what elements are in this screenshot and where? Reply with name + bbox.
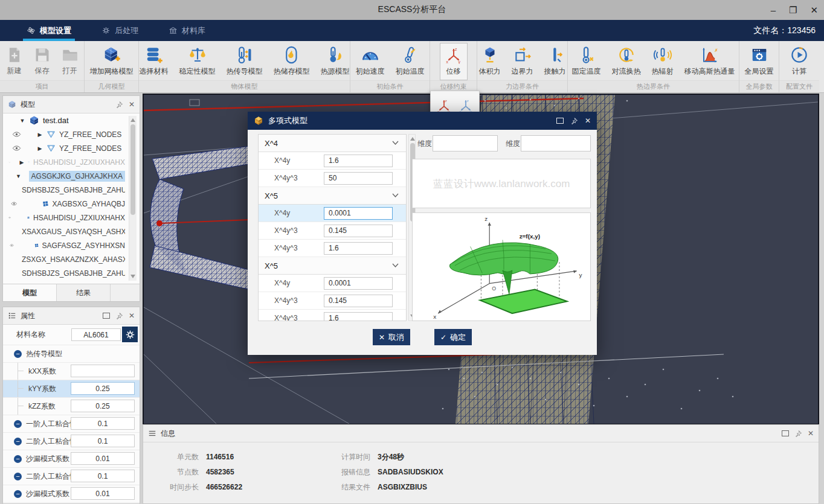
- tab-post-process[interactable]: 后处理: [98, 20, 142, 41]
- term-value-input[interactable]: [324, 295, 393, 307]
- eye-closed-icon[interactable]: [8, 158, 10, 167]
- term-value-input[interactable]: [324, 242, 393, 255]
- expander-icon[interactable]: ▶: [37, 132, 43, 138]
- tree-item[interactable]: SAGFASGZ_ASYHHXSN: [4, 238, 125, 252]
- kzz-input[interactable]: [71, 400, 135, 412]
- tree-root[interactable]: ▼ test.dat: [4, 113, 125, 127]
- collapse-icon[interactable]: −: [14, 420, 22, 428]
- compute-button[interactable]: 计算: [785, 43, 813, 80]
- dialog-title-bar[interactable]: 多项式模型 ✕: [248, 112, 597, 130]
- tree-scrollbar[interactable]: [129, 116, 137, 281]
- initial-temperature-button[interactable]: 初始温度: [391, 43, 430, 80]
- heat-source-model-button[interactable]: 热源模型: [316, 43, 355, 80]
- section-header[interactable]: X^4: [259, 135, 406, 152]
- close-button[interactable]: ✕: [810, 5, 818, 14]
- property-row-kzz[interactable]: kZZ系数: [3, 398, 140, 415]
- expander-icon[interactable]: ▶: [20, 159, 24, 165]
- property-row-hourglass1[interactable]: − 沙漏模式系数: [3, 450, 140, 468]
- global-settings-button[interactable]: 全局设置: [740, 43, 779, 80]
- material-settings-button[interactable]: [122, 327, 138, 342]
- moving-gauss-flux-button[interactable]: 移动高斯热通量: [680, 43, 740, 80]
- tree-item[interactable]: ▶ YZ_FREE_NODES: [4, 127, 125, 141]
- term-row[interactable]: X^4y: [259, 275, 406, 292]
- save-button[interactable]: 保存: [29, 43, 56, 80]
- initial-velocity-button[interactable]: 初始速度: [351, 43, 390, 80]
- collapse-icon[interactable]: −: [14, 438, 22, 445]
- tree-item[interactable]: XAGBSXG_AYHAQBJ: [4, 197, 125, 211]
- property-group-thermal-conduct[interactable]: − 热传导模型: [3, 345, 140, 363]
- scroll-up-arrow-icon[interactable]: [410, 137, 415, 141]
- term-value-input[interactable]: [324, 277, 393, 290]
- term-row[interactable]: X^4y^3: [259, 292, 406, 310]
- collapse-icon[interactable]: −: [14, 473, 22, 480]
- term-value-input[interactable]: [324, 207, 393, 220]
- term-value-input[interactable]: [324, 225, 393, 237]
- hourglass1-input[interactable]: [71, 452, 135, 465]
- tree-item[interactable]: ▶ YZ_FREE_NODES: [4, 141, 125, 155]
- maximize-icon[interactable]: [782, 430, 789, 436]
- tree-item-selected[interactable]: ▼ AGSGKJKG_GJHXAJKHXA: [4, 169, 125, 183]
- property-row-visc2[interactable]: − 二阶人工粘合性: [3, 433, 140, 450]
- thermal-storage-model-button[interactable]: 热储存模型: [269, 43, 315, 80]
- term-row-selected[interactable]: X^4y: [259, 205, 406, 222]
- term-value-input[interactable]: [324, 312, 393, 322]
- close-icon[interactable]: ✕: [129, 312, 135, 319]
- pin-icon[interactable]: [115, 312, 123, 320]
- tree-item[interactable]: ZSXGX_HSAKAZNZXK_AHASX: [4, 252, 125, 266]
- close-icon[interactable]: ✕: [808, 430, 814, 437]
- kyy-input[interactable]: [71, 382, 135, 395]
- scroll-up-arrow-icon[interactable]: [130, 118, 135, 122]
- eye-icon[interactable]: [10, 241, 14, 250]
- open-button[interactable]: 打开: [57, 43, 83, 80]
- visc1-input[interactable]: [71, 417, 135, 430]
- section-header[interactable]: X^5: [259, 257, 406, 275]
- tree-item[interactable]: ▶ HSAUHDISU_JZXIUXHAHX: [4, 155, 125, 169]
- term-row[interactable]: X^4y^3: [259, 222, 406, 240]
- close-icon[interactable]: ✕: [585, 117, 591, 124]
- term-row[interactable]: X^4y^3: [259, 310, 406, 321]
- chevron-down-icon[interactable]: [392, 141, 399, 145]
- property-row-kxx[interactable]: kXX系数: [3, 363, 140, 380]
- confirm-button[interactable]: ✓ 确定: [434, 329, 472, 345]
- hourglass2-input[interactable]: [71, 487, 135, 500]
- expander-icon[interactable]: ▼: [19, 118, 25, 124]
- restore-button[interactable]: ❐: [789, 5, 797, 14]
- property-row-hourglass2[interactable]: − 沙漏模式系数: [3, 485, 140, 503]
- tab-results[interactable]: 结果: [57, 284, 111, 301]
- kxx-input[interactable]: [71, 365, 135, 377]
- select-material-button[interactable]: 选择材料: [135, 43, 173, 80]
- chevron-down-icon[interactable]: [392, 263, 399, 267]
- tree-item[interactable]: SDHSBJZS_GHSABJHB_ZAHU: [4, 266, 125, 280]
- dimension-input-1[interactable]: [433, 135, 498, 152]
- boundary-force-button[interactable]: 边界力: [507, 43, 538, 80]
- property-row-visc3[interactable]: − 二阶人工粘合性: [3, 468, 140, 485]
- scrollbar-thumb[interactable]: [130, 124, 135, 215]
- section-header[interactable]: X^5: [259, 187, 406, 205]
- fixed-temperature-button[interactable]: 固定温度: [567, 43, 606, 80]
- material-name-input[interactable]: [71, 328, 121, 341]
- collapse-icon[interactable]: −: [14, 455, 22, 463]
- term-value-input[interactable]: [324, 155, 393, 167]
- eye-icon[interactable]: [11, 199, 18, 208]
- eye-icon[interactable]: [12, 144, 21, 153]
- term-row[interactable]: X^4y^3: [259, 170, 406, 187]
- chevron-down-icon[interactable]: [392, 193, 399, 197]
- radiation-button[interactable]: 热辐射: [647, 43, 678, 80]
- term-row[interactable]: X^4y^3: [259, 240, 406, 257]
- maximize-icon[interactable]: [103, 313, 110, 319]
- tab-model-settings[interactable]: 模型设置: [23, 20, 75, 41]
- collapse-icon[interactable]: −: [14, 490, 22, 498]
- cancel-button[interactable]: ✕ 取消: [373, 329, 410, 345]
- visc2-input[interactable]: [71, 435, 135, 447]
- collapse-icon[interactable]: −: [14, 350, 22, 358]
- minimize-button[interactable]: –: [771, 5, 776, 14]
- tree-item[interactable]: XSAXGAUS_AISYAQSH_ASHX: [4, 225, 125, 238]
- eye-icon[interactable]: [7, 171, 8, 180]
- expander-icon[interactable]: ▼: [16, 173, 21, 179]
- pin-icon[interactable]: [794, 430, 802, 438]
- term-row[interactable]: X^4y: [259, 152, 406, 170]
- visc3-input[interactable]: [71, 470, 135, 482]
- close-icon[interactable]: ✕: [129, 101, 135, 108]
- dimension-input-2[interactable]: [521, 135, 591, 152]
- tree-item[interactable]: SDHSBJZS_GHSABJHB_ZAHU: [4, 183, 125, 197]
